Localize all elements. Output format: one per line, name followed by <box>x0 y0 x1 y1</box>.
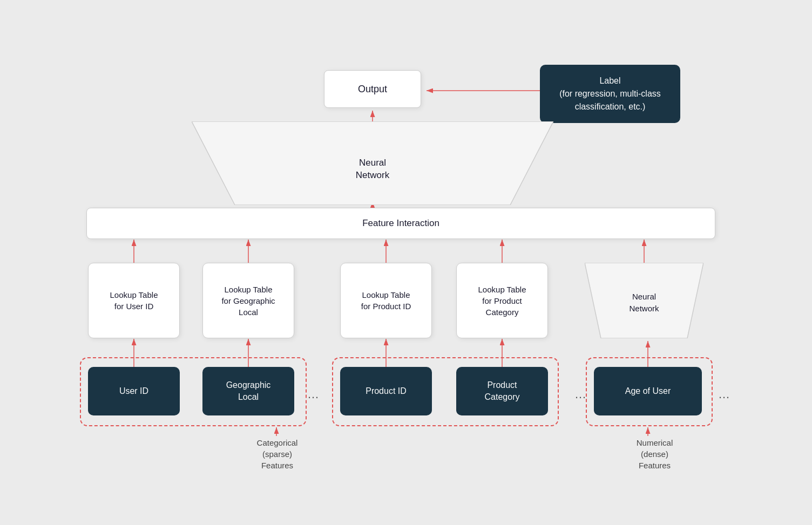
lookup-box-geo: Lookup Tablefor GeographicLocal <box>202 263 294 338</box>
svg-text:Network: Network <box>356 170 390 180</box>
feature-interaction-label: Feature Interaction <box>362 218 439 229</box>
svg-text:Neural: Neural <box>359 158 386 168</box>
lookup-box-productcat: Lookup Tablefor ProductCategory <box>456 263 548 338</box>
feature-interaction-box: Feature Interaction <box>86 208 715 239</box>
feature-box-userid: User ID <box>88 367 180 415</box>
lookup-userid-label: Lookup Tablefor User ID <box>110 289 158 312</box>
diagram-container: Output Label(for regression, multi-class… <box>0 0 812 525</box>
lookup-productcat-label: Lookup Tablefor ProductCategory <box>478 284 526 318</box>
dots-numerical: … <box>710 381 737 408</box>
feature-userid-label: User ID <box>119 385 148 397</box>
output-box: Output <box>324 70 421 108</box>
dots-product: … <box>567 381 594 408</box>
feature-box-productcat: ProductCategory <box>456 367 548 415</box>
feature-productcat-label: ProductCategory <box>485 379 520 404</box>
label-box: Label(for regression, multi-classclassif… <box>540 65 680 123</box>
svg-text:Neural: Neural <box>632 292 656 301</box>
feature-productid-label: Product ID <box>366 385 407 397</box>
neural-network-top-svg: Neural Network <box>192 121 553 205</box>
annotation-categorical: Categorical(sparse)Features <box>241 437 314 471</box>
annotation-numerical: Numerical(dense)Features <box>618 437 691 471</box>
dots-categorical: … <box>300 381 327 408</box>
lookup-box-userid: Lookup Tablefor User ID <box>88 263 180 338</box>
svg-text:Network: Network <box>629 304 659 313</box>
lookup-productid-label: Lookup Tablefor Product ID <box>361 289 411 312</box>
neural-network-bottom-svg: Neural Network <box>585 263 703 338</box>
feature-geo-label: GeographicLocal <box>226 379 271 404</box>
output-label: Output <box>358 84 387 95</box>
feature-box-ageofuser: Age of User <box>594 367 702 415</box>
lookup-box-productid: Lookup Tablefor Product ID <box>340 263 432 338</box>
feature-ageofuser-label: Age of User <box>625 385 671 397</box>
label-box-text: Label(for regression, multi-classclassif… <box>559 76 661 111</box>
feature-box-productid: Product ID <box>340 367 432 415</box>
lookup-geo-label: Lookup Tablefor GeographicLocal <box>221 284 275 318</box>
feature-box-geo: GeographicLocal <box>202 367 294 415</box>
